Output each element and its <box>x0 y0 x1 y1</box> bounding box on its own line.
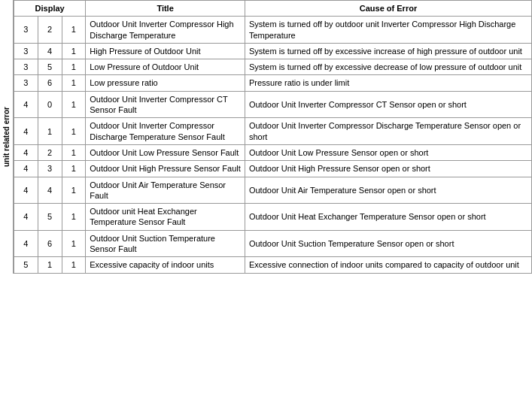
row-cause: Outdoor Unit Heat Exchanger Temperature … <box>245 204 531 231</box>
table-row: 321Outdoor Unit Inverter Compressor High… <box>14 17 532 44</box>
display-col3: 1 <box>62 257 86 273</box>
display-col3: 1 <box>62 91 86 118</box>
row-cause: Outdoor Unit High Pressure Sensor open o… <box>245 161 531 177</box>
display-col1: 3 <box>14 43 38 59</box>
table-row: 451Outdoor unit Heat Exchanger Temperatu… <box>14 204 532 231</box>
row-cause: Outdoor Unit Low Pressure Sensor open or… <box>245 144 531 160</box>
display-col2: 4 <box>38 177 62 204</box>
table-row: 431Outdoor Unit High Pressure Sensor Fau… <box>14 161 532 177</box>
row-title: Outdoor Unit Inverter Compressor CT Sens… <box>86 91 245 118</box>
row-cause: Pressure ratio is under limit <box>245 75 531 91</box>
row-cause: Outdoor Unit Air Temperature Sensor open… <box>245 177 531 204</box>
table-row: 401Outdoor Unit Inverter Compressor CT S… <box>14 91 532 118</box>
display-col1: 4 <box>14 161 38 177</box>
table-row: 411Outdoor Unit Inverter Compressor Disc… <box>14 118 532 145</box>
table-row: 461Outdoor Unit Suction Temperature Sens… <box>14 230 532 257</box>
row-title: Outdoor Unit High Pressure Sensor Fault <box>86 161 245 177</box>
header-cause: Cause of Error <box>245 1 531 17</box>
table-row: 511Excessive capacity of indoor unitsExc… <box>14 257 532 273</box>
display-col1: 4 <box>14 204 38 231</box>
row-title: Outdoor Unit Air Temperature Sensor Faul… <box>86 177 245 204</box>
display-col2: 1 <box>38 118 62 145</box>
table-row: 361Low pressure ratioPressure ratio is u… <box>14 75 532 91</box>
display-col1: 3 <box>14 17 38 44</box>
display-col1: 4 <box>14 118 38 145</box>
display-col3: 1 <box>62 75 86 91</box>
display-col2: 1 <box>38 257 62 273</box>
display-col2: 3 <box>38 161 62 177</box>
row-title: Outdoor Unit Inverter Compressor High Di… <box>86 17 245 44</box>
display-col2: 5 <box>38 204 62 231</box>
display-col3: 1 <box>62 177 86 204</box>
display-col1: 4 <box>14 230 38 257</box>
display-col1: 3 <box>14 59 38 75</box>
table-row: 441Outdoor Unit Air Temperature Sensor F… <box>14 177 532 204</box>
display-col1: 3 <box>14 75 38 91</box>
header-title: Title <box>86 1 245 17</box>
display-col3: 1 <box>62 43 86 59</box>
display-col1: 4 <box>14 144 38 160</box>
row-cause: System is turned off by excessive decrea… <box>245 59 531 75</box>
table-row: 351Low Pressure of Outdoor UnitSystem is… <box>14 59 532 75</box>
row-title: Low Pressure of Outdoor Unit <box>86 59 245 75</box>
side-label: unit related error <box>2 107 11 167</box>
row-title: Outdoor Unit Suction Temperature Sensor … <box>86 230 245 257</box>
side-label-container: unit related error <box>0 0 14 274</box>
page-wrapper: unit related error Display Title Cause o… <box>0 0 532 274</box>
table-row: 421Outdoor Unit Low Pressure Sensor Faul… <box>14 144 532 160</box>
display-col2: 6 <box>38 230 62 257</box>
display-col2: 2 <box>38 17 62 44</box>
display-col2: 4 <box>38 43 62 59</box>
row-title: Outdoor Unit Inverter Compressor Dischar… <box>86 118 245 145</box>
row-cause: System is turned off by excessive increa… <box>245 43 531 59</box>
display-col1: 4 <box>14 177 38 204</box>
display-col1: 5 <box>14 257 38 273</box>
display-col3: 1 <box>62 17 86 44</box>
display-col3: 1 <box>62 144 86 160</box>
display-col3: 1 <box>62 161 86 177</box>
display-col3: 1 <box>62 230 86 257</box>
display-col1: 4 <box>14 91 38 118</box>
row-cause: Outdoor Unit Inverter Compressor CT Sens… <box>245 91 531 118</box>
display-col3: 1 <box>62 204 86 231</box>
display-col2: 0 <box>38 91 62 118</box>
row-title: Outdoor Unit Low Pressure Sensor Fault <box>86 144 245 160</box>
display-col2: 6 <box>38 75 62 91</box>
row-title: High Pressure of Outdoor Unit <box>86 43 245 59</box>
table-row: 341High Pressure of Outdoor UnitSystem i… <box>14 43 532 59</box>
display-col3: 1 <box>62 59 86 75</box>
row-cause: System is turned off by outdoor unit Inv… <box>245 17 531 44</box>
display-col2: 5 <box>38 59 62 75</box>
display-col2: 2 <box>38 144 62 160</box>
row-title: Outdoor unit Heat Exchanger Temperature … <box>86 204 245 231</box>
row-cause: Outdoor Unit Inverter Compressor Dischar… <box>245 118 531 145</box>
header-display: Display <box>14 1 86 17</box>
row-title: Excessive capacity of indoor units <box>86 257 245 273</box>
error-table: Display Title Cause of Error 321Outdoor … <box>14 0 532 274</box>
display-col3: 1 <box>62 118 86 145</box>
row-cause: Excessive connection of indoor units com… <box>245 257 531 273</box>
row-cause: Outdoor Unit Suction Temperature Sensor … <box>245 230 531 257</box>
row-title: Low pressure ratio <box>86 75 245 91</box>
